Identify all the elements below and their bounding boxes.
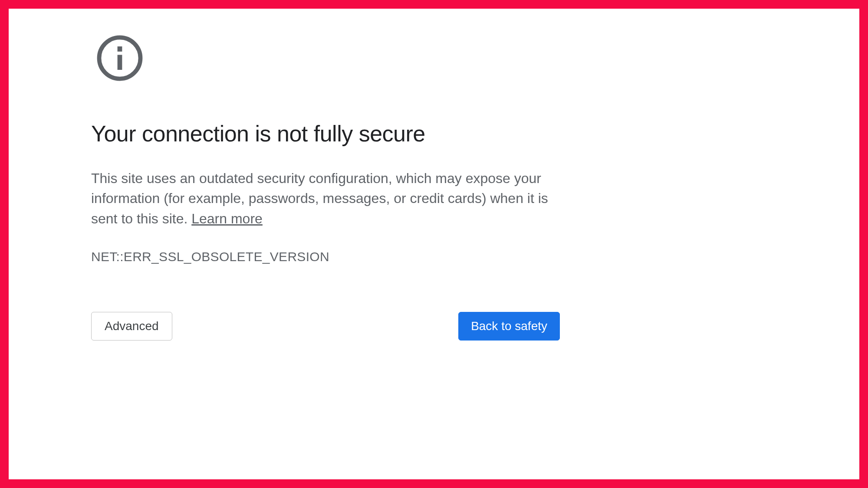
description-text: This site uses an outdated security conf… (91, 170, 548, 226)
info-icon (96, 35, 143, 82)
svg-rect-1 (118, 46, 122, 52)
page-title: Your connection is not fully secure (91, 121, 777, 147)
error-code: NET::ERR_SSL_OBSOLETE_VERSION (91, 249, 777, 264)
button-row: Advanced Back to safety (91, 312, 560, 341)
learn-more-link[interactable]: Learn more (191, 211, 263, 226)
advanced-button[interactable]: Advanced (91, 312, 172, 341)
back-to-safety-button[interactable]: Back to safety (458, 312, 560, 341)
svg-rect-2 (118, 55, 122, 70)
warning-description: This site uses an outdated security conf… (91, 168, 560, 229)
